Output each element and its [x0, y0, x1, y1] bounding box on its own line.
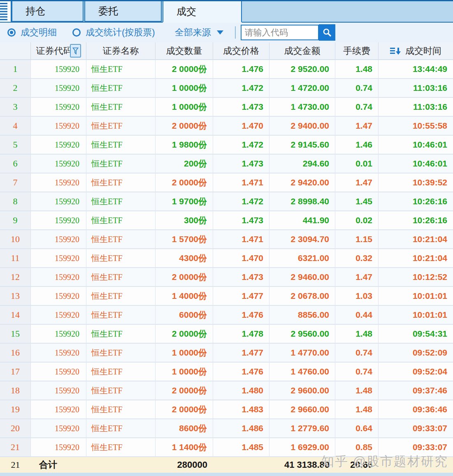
header-fee[interactable]: 手续费 — [335, 42, 379, 59]
source-dropdown-value: 全部来源 — [175, 26, 211, 39]
table-row[interactable]: 6159920恒生ETF200份1.473294.600.0110:46:01 — [0, 155, 453, 173]
source-dropdown[interactable]: 全部来源 — [175, 26, 223, 39]
cell-amount: 441.90 — [269, 211, 335, 229]
cell-code: 159920 — [31, 438, 86, 456]
row-index: 6 — [0, 155, 31, 173]
cell-code: 159920 — [31, 173, 86, 192]
table-row[interactable]: 9159920恒生ETF300份1.473441.900.0210:26:16 — [0, 211, 453, 230]
cell-code: 159920 — [31, 230, 86, 248]
cell-quantity: 2 0000份 — [156, 381, 213, 400]
cell-price: 1.477 — [213, 287, 269, 305]
cell-quantity: 2 0000份 — [156, 117, 213, 135]
table-row[interactable]: 4159920恒生ETF2 0000份1.4702 9400.001.4710:… — [0, 117, 453, 136]
table-row[interactable]: 13159920恒生ETF1 4000份1.4772 0678.001.0310… — [0, 287, 453, 306]
cell-time: 10:46:01 — [379, 155, 453, 173]
cell-price: 1.485 — [213, 438, 269, 456]
tab-orders[interactable]: 委托 — [84, 1, 162, 22]
cell-name: 恒生ETF — [86, 438, 156, 456]
row-index: 4 — [0, 117, 31, 135]
cell-name: 恒生ETF — [86, 419, 156, 437]
sort-descending-icon[interactable] — [390, 47, 401, 55]
row-index: 9 — [0, 211, 31, 229]
table-row[interactable]: 10159920恒生ETF1 5700份1.4712 3094.701.1510… — [0, 230, 453, 249]
cell-price: 1.472 — [213, 79, 269, 97]
cell-quantity: 6000份 — [156, 306, 213, 324]
cell-name: 恒生ETF — [86, 363, 156, 381]
cell-time: 10:21:04 — [379, 249, 453, 267]
header-price[interactable]: 成交价格 — [213, 42, 269, 59]
cell-time: 09:33:07 — [379, 438, 453, 456]
table-row[interactable]: 14159920恒生ETF6000份1.4768856.000.4410:01:… — [0, 306, 453, 325]
table-row[interactable]: 17159920恒生ETF1 0000份1.4761 4760.000.7409… — [0, 363, 453, 381]
table-row[interactable]: 12159920恒生ETF2 0000份1.4732 9460.001.4710… — [0, 268, 453, 287]
table-row[interactable]: 2159920恒生ETF1 0000份1.4721 4720.000.7411:… — [0, 79, 453, 98]
cell-quantity: 300份 — [156, 211, 213, 229]
table-row[interactable]: 19159920恒生ETF2 0000份1.4832 9660.001.4809… — [0, 400, 453, 419]
cell-time: 10:12:52 — [379, 268, 453, 286]
table-row[interactable]: 1159920恒生ETF2 0000份1.4762 9520.001.4813:… — [0, 60, 453, 79]
cell-name: 恒生ETF — [86, 287, 156, 305]
table-row[interactable]: 5159920恒生ETF1 9800份1.4722 9145.601.4610:… — [0, 136, 453, 155]
cell-code: 159920 — [31, 306, 86, 324]
radio-execution-stats[interactable]: 成交统计(按股票) — [72, 26, 155, 39]
cell-fee: 0.85 — [335, 438, 379, 456]
header-time[interactable]: 成交时间 — [379, 42, 453, 59]
row-index: 11 — [0, 249, 31, 267]
code-search-input[interactable] — [241, 25, 319, 40]
header-amount-label: 成交金额 — [284, 45, 321, 57]
footer-total-label: 合计 — [31, 459, 86, 471]
footer-total-fee: 20.66 — [335, 460, 379, 470]
header-amount[interactable]: 成交金额 — [269, 42, 335, 59]
radio-selected-icon — [7, 28, 16, 37]
filter-icon[interactable] — [70, 44, 81, 58]
search-button[interactable] — [319, 24, 335, 41]
cell-time: 11:03:16 — [379, 98, 453, 116]
header-price-label: 成交价格 — [223, 45, 259, 57]
toolbar-divider — [235, 26, 236, 39]
tab-positions[interactable]: 持仓 — [12, 1, 84, 22]
cell-name: 恒生ETF — [86, 136, 156, 154]
cell-name: 恒生ETF — [86, 306, 156, 324]
table-row[interactable]: 15159920恒生ETF2 0000份1.4782 9560.001.4809… — [0, 325, 453, 344]
cell-amount: 2 9420.00 — [269, 173, 335, 192]
header-quantity[interactable]: 成交数量 — [156, 42, 213, 59]
cell-code: 159920 — [31, 192, 86, 210]
header-name[interactable]: 证券名称 — [86, 42, 156, 59]
cell-price: 1.476 — [213, 363, 269, 381]
header-quantity-label: 成交数量 — [166, 45, 202, 57]
header-row-number — [0, 42, 31, 59]
tab-positions-label: 持仓 — [26, 5, 45, 18]
radio-execution-detail[interactable]: 成交明细 — [7, 26, 57, 39]
cell-price: 1.486 — [213, 419, 269, 437]
table-row[interactable]: 11159920恒生ETF4300份1.4706321.000.3210:21:… — [0, 249, 453, 268]
table-row[interactable]: 16159920恒生ETF1 0000份1.4771 4770.000.7409… — [0, 344, 453, 363]
cell-time: 10:46:01 — [379, 136, 453, 154]
cell-amount: 6321.00 — [269, 249, 335, 267]
table-row[interactable]: 18159920恒生ETF2 0000份1.4802 9600.001.4809… — [0, 381, 453, 400]
table-row[interactable]: 8159920恒生ETF1 9700份1.4722 8998.401.4510:… — [0, 192, 453, 211]
cell-price: 1.478 — [213, 325, 269, 343]
cell-code: 159920 — [31, 60, 86, 78]
table-row[interactable]: 20159920恒生ETF8600份1.4861 2779.600.6409:3… — [0, 419, 453, 438]
row-index: 21 — [0, 438, 31, 456]
cell-name: 恒生ETF — [86, 344, 156, 362]
cell-time: 09:37:46 — [379, 381, 453, 400]
table-row[interactable]: 21159920恒生ETF1 1400份1.4851 6929.000.8509… — [0, 438, 453, 457]
menu-grip-icon[interactable] — [0, 1, 12, 22]
cell-name: 恒生ETF — [86, 173, 156, 192]
cell-time: 10:26:16 — [379, 192, 453, 210]
footer-row-count: 21 — [0, 460, 31, 470]
cell-fee: 1.48 — [335, 60, 379, 78]
cell-fee: 0.01 — [335, 155, 379, 173]
cell-amount: 2 0678.00 — [269, 287, 335, 305]
cell-quantity: 1 0000份 — [156, 344, 213, 362]
tab-executions[interactable]: 成交 — [163, 1, 242, 23]
row-index: 15 — [0, 325, 31, 343]
cell-time: 11:03:16 — [379, 79, 453, 97]
table-footer: 21 合计 280000 41 3138.80 20.66 — [0, 457, 453, 473]
table-row[interactable]: 3159920恒生ETF1 0000份1.4731 4730.000.7411:… — [0, 98, 453, 117]
header-code[interactable]: 证券代码 — [31, 42, 86, 59]
table-row[interactable]: 7159920恒生ETF2 0000份1.4712 9420.001.4710:… — [0, 173, 453, 192]
cell-quantity: 2 0000份 — [156, 173, 213, 192]
cell-amount: 1 4720.00 — [269, 79, 335, 97]
